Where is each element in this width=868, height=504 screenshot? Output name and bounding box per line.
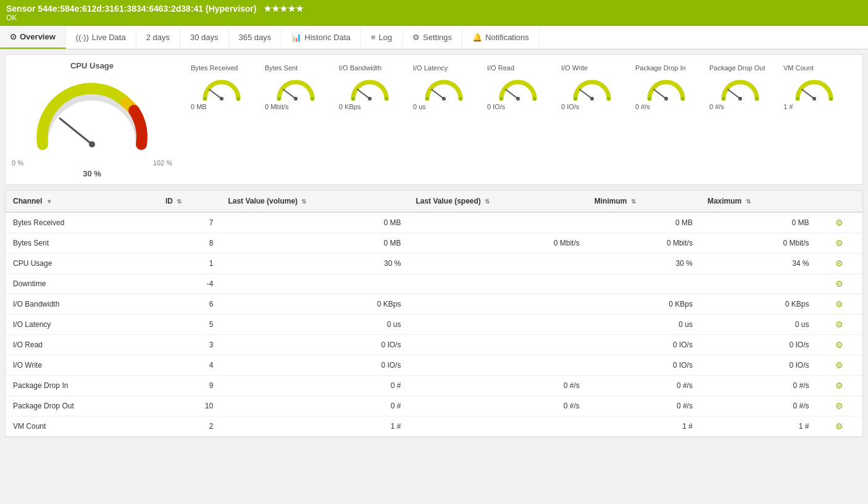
cpu-min-label: 0 % xyxy=(12,159,23,167)
cell-gear-2[interactable]: ⚙ xyxy=(817,254,863,274)
svg-point-4 xyxy=(204,97,207,101)
small-gauge-label-7: Package Drop Out xyxy=(709,64,766,72)
svg-point-16 xyxy=(426,97,429,101)
gear-icon[interactable]: ⚙ xyxy=(835,320,843,329)
gear-icon[interactable]: ⚙ xyxy=(835,360,843,370)
data-table: Channel ▼ ID ⇅ Last Value (volume) ⇅ Las… xyxy=(6,191,862,437)
small-gauge-svg-4 xyxy=(496,74,540,102)
header-bar: Sensor 544e:584e:612d:3161:3834:6463:2d3… xyxy=(0,0,868,26)
small-gauge-value-3: 0 us xyxy=(413,103,426,110)
gear-icon[interactable]: ⚙ xyxy=(835,340,843,350)
table-row: Bytes Sent80 MB0 Mbit/s0 Mbit/s0 Mbit/s⚙ xyxy=(6,233,862,254)
tab-historic-data[interactable]: 📊 Historic Data xyxy=(282,27,361,48)
tab-historic-data-label: Historic Data xyxy=(304,33,350,42)
small-gauge-label-3: I/O Latency xyxy=(413,64,448,72)
table-row: I/O Bandwidth60 KBps0 KBps0 KBps⚙ xyxy=(6,294,862,315)
cell-channel-4: I/O Bandwidth xyxy=(6,294,158,315)
gear-icon[interactable]: ⚙ xyxy=(835,381,843,390)
cell-gear-6[interactable]: ⚙ xyxy=(817,335,863,355)
svg-point-1 xyxy=(89,141,95,147)
cell-gear-8[interactable]: ⚙ xyxy=(817,376,863,396)
col-maximum[interactable]: Maximum ⇅ xyxy=(700,191,817,212)
cpu-current-value: 30 % xyxy=(83,169,101,178)
svg-line-2 xyxy=(209,89,222,99)
cell-max-9: 0 #/s xyxy=(700,396,817,416)
cell-vol-6: 0 IO/s xyxy=(220,335,408,355)
svg-line-14 xyxy=(432,89,444,99)
overview-panel: CPU Usage 0 % 102 % 30 % Bytes xyxy=(5,54,863,185)
small-gauge-value-7: 0 #/s xyxy=(709,103,724,110)
gear-icon[interactable]: ⚙ xyxy=(835,218,843,228)
tab-30days[interactable]: 30 days xyxy=(180,27,229,48)
svg-point-13 xyxy=(385,97,388,101)
cell-min-2: 30 % xyxy=(587,254,700,274)
tab-overview[interactable]: ⊙ Overview xyxy=(0,26,66,49)
gear-icon[interactable]: ⚙ xyxy=(835,401,843,411)
svg-point-11 xyxy=(368,97,372,101)
gear-icon[interactable]: ⚙ xyxy=(835,421,843,431)
cell-min-5: 0 us xyxy=(587,315,700,335)
tab-365days[interactable]: 365 days xyxy=(229,27,282,48)
col-channel[interactable]: Channel ▼ xyxy=(6,191,158,212)
small-gauge-svg-3 xyxy=(422,74,465,102)
cell-gear-7[interactable]: ⚙ xyxy=(817,355,863,376)
cell-id-3: -4 xyxy=(158,274,220,294)
table-row: VM Count21 #1 #1 #⚙ xyxy=(6,416,862,437)
small-gauge-svg-1 xyxy=(274,74,317,102)
cell-speed-1: 0 Mbit/s xyxy=(408,233,586,254)
col-last-value-speed[interactable]: Last Value (speed) ⇅ xyxy=(408,191,586,212)
cell-channel-10: VM Count xyxy=(6,416,158,437)
col-id[interactable]: ID ⇅ xyxy=(158,191,220,212)
tab-live-data[interactable]: ((·)) Live Data xyxy=(66,27,136,48)
small-gauge-svg-6 xyxy=(645,74,688,102)
cell-gear-4[interactable]: ⚙ xyxy=(817,294,863,315)
svg-point-9 xyxy=(311,97,314,101)
cell-max-8: 0 #/s xyxy=(700,376,817,396)
svg-point-3 xyxy=(220,97,223,101)
col-minimum[interactable]: Minimum ⇅ xyxy=(587,191,700,212)
cell-vol-5: 0 us xyxy=(220,315,408,335)
small-gauge-value-4: 0 IO/s xyxy=(487,103,505,110)
svg-point-23 xyxy=(590,97,594,101)
gear-icon[interactable]: ⚙ xyxy=(835,299,843,309)
tab-2days[interactable]: 2 days xyxy=(136,27,180,48)
svg-point-15 xyxy=(442,97,446,101)
cell-id-6: 3 xyxy=(158,335,220,355)
tab-log[interactable]: ≡ Log xyxy=(361,27,403,48)
cell-max-0: 0 MB xyxy=(700,212,817,233)
tab-settings[interactable]: ⚙ Settings xyxy=(403,27,462,48)
cell-gear-10[interactable]: ⚙ xyxy=(817,416,863,437)
svg-point-24 xyxy=(574,97,577,101)
cell-gear-0[interactable]: ⚙ xyxy=(817,212,863,233)
table-row: Downtime-4⚙ xyxy=(6,274,862,294)
col-last-value-volume[interactable]: Last Value (volume) ⇅ xyxy=(220,191,408,212)
cpu-max-label: 102 % xyxy=(153,159,172,167)
cell-gear-1[interactable]: ⚙ xyxy=(817,233,863,254)
gear-icon[interactable]: ⚙ xyxy=(835,238,843,248)
cell-gear-9[interactable]: ⚙ xyxy=(817,396,863,416)
cell-vol-0: 0 MB xyxy=(220,212,408,233)
log-icon: ≡ xyxy=(371,33,376,42)
cell-channel-6: I/O Read xyxy=(6,335,158,355)
svg-point-27 xyxy=(664,97,668,101)
cell-id-5: 5 xyxy=(158,315,220,335)
tab-notifications[interactable]: 🔔 Notifications xyxy=(462,27,540,48)
cell-gear-3[interactable]: ⚙ xyxy=(817,274,863,294)
cell-channel-9: Package Drop Out xyxy=(6,396,158,416)
cell-min-0: 0 MB xyxy=(587,212,700,233)
small-gauge-label-1: Bytes Sent xyxy=(265,64,298,72)
gear-icon[interactable]: ⚙ xyxy=(835,258,843,268)
tab-notifications-label: Notifications xyxy=(485,33,529,42)
svg-point-8 xyxy=(278,97,281,101)
cell-speed-7 xyxy=(408,355,586,376)
svg-point-20 xyxy=(500,97,503,101)
svg-line-26 xyxy=(654,89,666,99)
sensor-stars: ★★★★★ xyxy=(264,4,304,14)
cell-channel-1: Bytes Sent xyxy=(6,233,158,254)
gear-icon[interactable]: ⚙ xyxy=(835,279,843,289)
cell-channel-0: Bytes Received xyxy=(6,212,158,233)
small-gauge-svg-8 xyxy=(793,74,836,102)
cell-gear-5[interactable]: ⚙ xyxy=(817,315,863,335)
overview-icon: ⊙ xyxy=(10,32,17,41)
svg-line-34 xyxy=(802,89,814,99)
